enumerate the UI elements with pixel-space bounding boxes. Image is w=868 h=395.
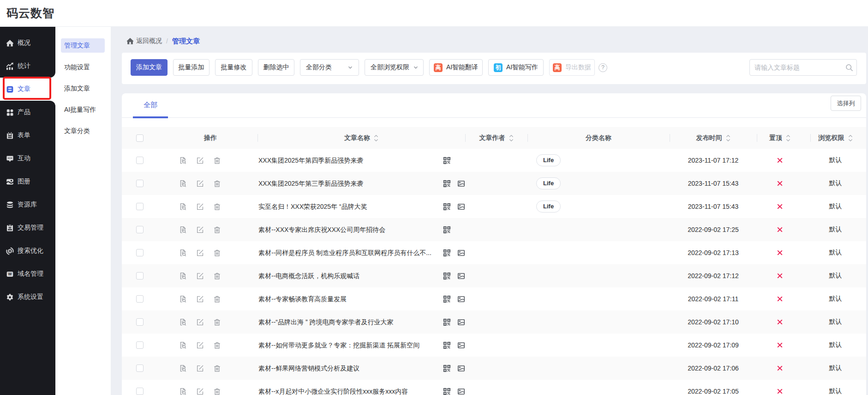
edit-icon[interactable] (196, 180, 204, 188)
qrcode-icon[interactable] (443, 249, 451, 257)
submenu-item-3[interactable]: 添加文章 (61, 81, 105, 96)
edit-icon[interactable] (196, 365, 204, 372)
image-icon[interactable] (457, 295, 465, 303)
tab-all[interactable]: 全部 (133, 93, 168, 118)
preview-icon[interactable] (179, 249, 187, 257)
sidebar-item-12[interactable]: 系统设置 (0, 286, 55, 309)
export-data-button[interactable]: 高 导出数据 (549, 59, 595, 76)
sort-caret-icon[interactable] (374, 134, 378, 142)
x-mark-icon[interactable] (777, 273, 783, 279)
sidebar-item-1[interactable]: 概况 (0, 31, 55, 55)
qrcode-icon[interactable] (443, 180, 451, 188)
image-icon[interactable] (457, 365, 465, 372)
qrcode-icon[interactable] (443, 157, 451, 164)
row-checkbox[interactable] (136, 295, 144, 303)
row-checkbox[interactable] (136, 365, 144, 372)
qrcode-icon[interactable] (443, 365, 451, 372)
category-filter-select[interactable]: 全部分类 (300, 59, 359, 76)
qrcode-icon[interactable] (443, 226, 451, 234)
row-checkbox[interactable] (136, 249, 144, 256)
submenu-item-2[interactable]: 功能设置 (61, 60, 105, 74)
edit-icon[interactable] (196, 157, 204, 164)
sidebar-item-4[interactable]: 产品 (0, 101, 55, 124)
sidebar-item-6[interactable]: 互动 (0, 147, 55, 170)
row-checkbox[interactable] (136, 226, 144, 233)
x-mark-icon[interactable] (777, 319, 783, 325)
x-mark-icon[interactable] (777, 365, 783, 371)
qrcode-icon[interactable] (443, 203, 451, 211)
edit-icon[interactable] (196, 318, 204, 326)
preview-icon[interactable] (179, 318, 187, 326)
delete-icon[interactable] (213, 180, 221, 188)
edit-icon[interactable] (196, 295, 204, 303)
preview-icon[interactable] (179, 157, 187, 164)
delete-icon[interactable] (213, 272, 221, 280)
row-checkbox[interactable] (136, 157, 144, 164)
sidebar-item-8[interactable]: 资源库 (0, 193, 55, 216)
image-icon[interactable] (457, 318, 465, 326)
delete-selected-button[interactable]: 删除选中 (258, 59, 294, 76)
edit-icon[interactable] (196, 388, 204, 395)
batch-edit-button[interactable]: 批量修改 (215, 59, 252, 76)
preview-icon[interactable] (179, 272, 187, 280)
delete-icon[interactable] (213, 226, 221, 234)
x-mark-icon[interactable] (777, 342, 783, 348)
row-checkbox[interactable] (136, 203, 144, 210)
x-mark-icon[interactable] (777, 180, 783, 187)
qrcode-icon[interactable] (443, 388, 451, 395)
row-checkbox[interactable] (136, 180, 144, 187)
row-checkbox[interactable] (136, 272, 144, 280)
submenu-item-4[interactable]: AI批量写作 (61, 103, 105, 117)
preview-icon[interactable] (179, 365, 187, 372)
image-icon[interactable] (457, 180, 465, 188)
breadcrumb-back-link[interactable]: 返回概况 (136, 37, 162, 45)
delete-icon[interactable] (213, 157, 221, 164)
submenu-item-1[interactable]: 管理文章 (61, 38, 105, 53)
delete-icon[interactable] (213, 318, 221, 326)
search-icon[interactable] (845, 64, 853, 72)
home-icon[interactable] (126, 37, 134, 45)
ai-translate-button[interactable]: 高 AI智能翻译 (429, 59, 483, 76)
choose-columns-button[interactable]: 选择列 (831, 96, 861, 111)
sort-caret-icon[interactable] (726, 134, 730, 142)
delete-icon[interactable] (213, 341, 221, 349)
image-icon[interactable] (457, 272, 465, 280)
edit-icon[interactable] (196, 226, 204, 234)
add-article-button[interactable]: 添加文章 (131, 59, 168, 76)
delete-icon[interactable] (213, 203, 221, 211)
ai-write-button[interactable]: 初 AI智能写作 (488, 59, 544, 76)
x-mark-icon[interactable] (777, 296, 783, 302)
select-all-checkbox[interactable] (136, 134, 144, 142)
sidebar-item-3[interactable]: 文章 (0, 78, 55, 101)
edit-icon[interactable] (196, 341, 204, 349)
submenu-item-5[interactable]: 文章分类 (61, 124, 105, 138)
qrcode-icon[interactable] (443, 318, 451, 326)
search-input[interactable] (750, 64, 845, 71)
row-checkbox[interactable] (136, 388, 144, 395)
row-checkbox[interactable] (136, 341, 144, 349)
delete-icon[interactable] (213, 388, 221, 395)
sidebar-item-2[interactable]: 统计 (0, 55, 55, 78)
sidebar-item-7[interactable]: 图册 (0, 170, 55, 193)
sidebar-item-10[interactable]: 搜索优化 (0, 239, 55, 262)
preview-icon[interactable] (179, 203, 187, 211)
delete-icon[interactable] (213, 365, 221, 372)
sort-caret-icon[interactable] (786, 134, 790, 142)
x-mark-icon[interactable] (777, 249, 783, 256)
sidebar-item-5[interactable]: 表单 (0, 124, 55, 147)
qrcode-icon[interactable] (443, 272, 451, 280)
sidebar-item-11[interactable]: W域名管理 (0, 262, 55, 286)
edit-icon[interactable] (196, 249, 204, 257)
image-icon[interactable] (457, 203, 465, 211)
preview-icon[interactable] (179, 180, 187, 188)
row-checkbox[interactable] (136, 318, 144, 326)
image-icon[interactable] (457, 249, 465, 257)
qrcode-icon[interactable] (443, 341, 451, 349)
sort-caret-icon[interactable] (509, 134, 514, 142)
qrcode-icon[interactable] (443, 295, 451, 303)
x-mark-icon[interactable] (777, 203, 783, 210)
x-mark-icon[interactable] (777, 226, 783, 233)
sidebar-item-9[interactable]: 交易管理 (0, 216, 55, 239)
x-mark-icon[interactable] (777, 388, 783, 395)
permission-filter-select[interactable]: 全部浏览权限 (365, 59, 424, 76)
